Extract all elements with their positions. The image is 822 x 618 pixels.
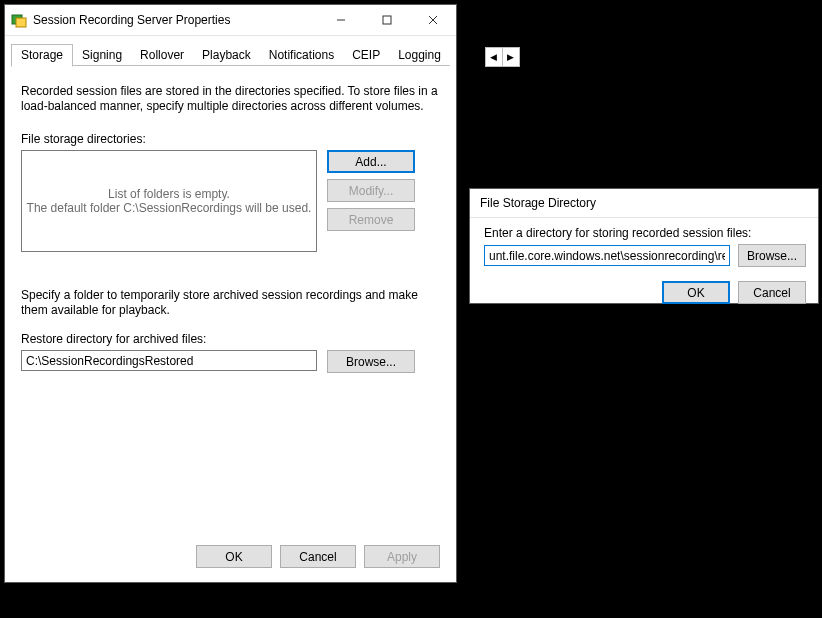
add-button[interactable]: Add... bbox=[327, 150, 415, 173]
svg-rect-1 bbox=[16, 18, 26, 27]
storage-description: Recorded session files are stored in the… bbox=[21, 84, 440, 114]
list-label: File storage directories: bbox=[21, 132, 440, 146]
svg-rect-3 bbox=[383, 16, 391, 24]
app-icon bbox=[11, 12, 27, 28]
close-button[interactable] bbox=[410, 5, 456, 35]
window-controls bbox=[318, 5, 456, 35]
modify-button[interactable]: Modify... bbox=[327, 179, 415, 202]
cancel-button[interactable]: Cancel bbox=[280, 545, 356, 568]
dialog-cancel-button[interactable]: Cancel bbox=[738, 281, 806, 304]
tab-notifications[interactable]: Notifications bbox=[260, 45, 343, 66]
directory-input[interactable] bbox=[484, 245, 730, 266]
minimize-button[interactable] bbox=[318, 5, 364, 35]
tab-storage[interactable]: Storage bbox=[11, 44, 73, 67]
restore-description: Specify a folder to temporarily store ar… bbox=[21, 288, 440, 318]
dialog-title: File Storage Directory bbox=[480, 196, 818, 210]
tab-logging[interactable]: Logging bbox=[389, 45, 450, 66]
tab-rbac[interactable]: RB bbox=[450, 45, 485, 66]
tab-scroll-right[interactable]: ▶ bbox=[503, 47, 520, 67]
listbox-empty-text: List of folders is empty. The default fo… bbox=[27, 187, 312, 215]
tab-ceip[interactable]: CEIP bbox=[343, 45, 389, 66]
tab-playback[interactable]: Playback bbox=[193, 45, 260, 66]
dialog-titlebar[interactable]: File Storage Directory bbox=[470, 189, 818, 218]
tab-content: Recorded session files are stored in the… bbox=[5, 66, 456, 373]
restore-label: Restore directory for archived files: bbox=[21, 332, 440, 346]
window-title: Session Recording Server Properties bbox=[33, 13, 318, 27]
apply-button[interactable]: Apply bbox=[364, 545, 440, 568]
dialog-ok-button[interactable]: OK bbox=[662, 281, 730, 304]
tabstrip: Storage Signing Rollover Playback Notifi… bbox=[5, 36, 456, 66]
tab-scroll-left[interactable]: ◀ bbox=[485, 47, 503, 67]
tab-rollover[interactable]: Rollover bbox=[131, 45, 193, 66]
file-storage-dialog: File Storage Directory Enter a directory… bbox=[469, 188, 819, 304]
dialog-buttons: OK Cancel Apply bbox=[196, 545, 440, 568]
dialog-browse-button[interactable]: Browse... bbox=[738, 244, 806, 267]
directory-listbox[interactable]: List of folders is empty. The default fo… bbox=[21, 150, 317, 252]
browse-button[interactable]: Browse... bbox=[327, 350, 415, 373]
dialog-prompt: Enter a directory for storing recorded s… bbox=[484, 226, 806, 240]
ok-button[interactable]: OK bbox=[196, 545, 272, 568]
titlebar[interactable]: Session Recording Server Properties bbox=[5, 5, 456, 36]
restore-directory-input[interactable] bbox=[21, 350, 317, 371]
remove-button[interactable]: Remove bbox=[327, 208, 415, 231]
tab-signing[interactable]: Signing bbox=[73, 45, 131, 66]
maximize-button[interactable] bbox=[364, 5, 410, 35]
properties-window: Session Recording Server Properties Stor… bbox=[4, 4, 457, 583]
